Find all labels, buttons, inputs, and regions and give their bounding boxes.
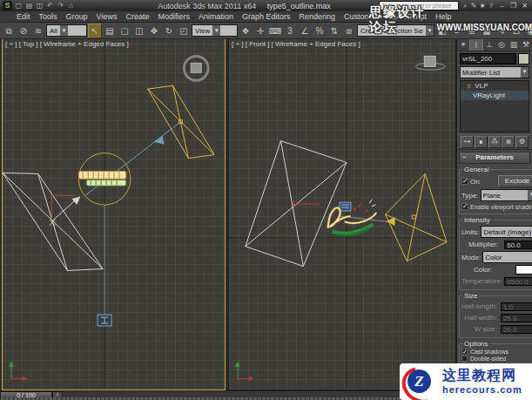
chevron-down-icon: ▼ xyxy=(212,25,220,36)
menu-graph-editors[interactable]: Graph Editors xyxy=(238,12,295,21)
save-file-button[interactable]: ◫ xyxy=(35,1,44,10)
window-crossing-button[interactable]: ◫ xyxy=(132,24,146,38)
open-file-button[interactable]: ▤ xyxy=(24,1,34,10)
wireframe-color-swatch[interactable] xyxy=(518,53,529,64)
remove-modifier-button[interactable]: ⊗ xyxy=(502,136,515,148)
menu-create[interactable]: Create xyxy=(121,12,153,21)
selection-filter-dropdown[interactable]: All▼ xyxy=(46,24,87,37)
menu-edit[interactable]: Edit xyxy=(12,12,35,21)
parameters-rollout-header[interactable]: − Parameters xyxy=(459,152,530,164)
stack-item-vraylight[interactable]: VRayLight xyxy=(461,91,529,100)
multiplier-field[interactable]: 60.0 xyxy=(504,241,532,249)
named-sets-dropdown-value: Create Selection Set xyxy=(360,27,423,35)
minimize-button[interactable]: – xyxy=(497,2,507,10)
undo-button[interactable]: ↶ xyxy=(45,1,55,10)
exclude-button[interactable]: Exclude xyxy=(498,175,532,187)
menu-tools[interactable]: Tools xyxy=(35,12,62,21)
configure-modifier-sets-button[interactable]: ⚙ xyxy=(515,136,529,148)
tab-modify[interactable]: ⌇ xyxy=(469,38,483,51)
tab-utilities[interactable]: ⚒ xyxy=(520,38,532,51)
named-selection-sets-button[interactable]: ⧈ xyxy=(342,24,356,38)
spinner-snap-button[interactable]: ⇅ xyxy=(327,24,341,38)
maximize-button[interactable]: ❐ xyxy=(508,2,518,10)
select-object-button[interactable]: ↖ xyxy=(88,24,102,38)
select-and-rotate-button[interactable]: ↻ xyxy=(162,24,176,38)
select-and-move-button[interactable]: ✥ xyxy=(147,24,161,38)
white-pointer-arrow-icon xyxy=(71,196,80,205)
object-name-field[interactable]: vrSL_200 xyxy=(460,53,516,64)
menu-group[interactable]: Group xyxy=(62,12,92,21)
percent-snap-button[interactable]: % xyxy=(313,24,327,38)
stack-item-vlp[interactable]: ☼VLP xyxy=(461,81,529,91)
select-and-manipulate-button[interactable]: ✛ xyxy=(253,24,267,38)
menu-help[interactable]: Help xyxy=(431,12,456,21)
light-color-swatch[interactable] xyxy=(515,265,532,275)
logo-text-top[interactable] xyxy=(78,171,126,186)
angle-snap-button[interactable]: ∠ xyxy=(298,24,312,38)
transform-gizmo-x-axis[interactable] xyxy=(293,200,320,208)
graphite-tools-button[interactable]: ▦ xyxy=(480,24,494,38)
option-checkbox-double-sided[interactable] xyxy=(461,356,468,362)
viewport-top[interactable]: [ + ] [ Top ] [ Wireframe + Edged Faces … xyxy=(2,38,226,390)
material-editor-button[interactable]: ◉ xyxy=(524,24,532,38)
use-pivot-center-button[interactable]: ❖ xyxy=(239,24,253,38)
reference-coordinate-dropdown[interactable]: View▼ xyxy=(192,24,238,37)
infocenter-area: Type a keyword or phrase ⌕✎★? – ❐ ✕ xyxy=(379,1,529,10)
menu-maxscript[interactable]: MAXScript xyxy=(386,12,432,21)
align-button[interactable]: ≡ xyxy=(450,24,464,38)
keyboard-override-button[interactable]: ⌨ xyxy=(268,24,282,38)
logo-text-front[interactable] xyxy=(325,199,380,239)
search-input[interactable]: Type a keyword or phrase xyxy=(379,1,459,10)
viewport-shading-checkbox[interactable] xyxy=(461,203,468,210)
unlink-selection-button[interactable]: ⊘ xyxy=(17,24,30,38)
show-end-result-button[interactable]: ∎ xyxy=(475,136,488,148)
mode-dropdown[interactable]: Color ▼ xyxy=(482,251,532,263)
watermark-logo: Z xyxy=(400,364,440,399)
light-target-helper[interactable] xyxy=(98,315,111,326)
schematic-view-button[interactable]: ⊟ xyxy=(509,24,523,38)
layer-manager-button[interactable]: ≣ xyxy=(465,24,479,38)
project-folder-button[interactable]: ⌂ xyxy=(66,1,76,10)
subscription-center-icon[interactable]: ✎ xyxy=(469,1,478,10)
mirror-button[interactable]: ◧ xyxy=(435,24,449,38)
option-checkbox-cast-shadows[interactable] xyxy=(461,349,468,355)
menu-customize[interactable]: Customize xyxy=(340,12,386,21)
units-dropdown[interactable]: Default (image) ▼ xyxy=(481,226,532,238)
on-checkbox[interactable] xyxy=(461,178,468,185)
viewport-front-label[interactable]: [ + ] [ Front ] [ Wireframe + Edged Face… xyxy=(232,40,360,48)
viewport-front[interactable]: [ + ] [ Front ] [ Wireframe + Edged Face… xyxy=(228,38,456,390)
named-sets-dropdown[interactable]: Create Selection Set▼ xyxy=(357,24,434,37)
light-helper-box[interactable] xyxy=(340,202,351,211)
infocenter-search-icon[interactable]: ⌕ xyxy=(461,1,469,10)
selection-region-button[interactable]: ▢ xyxy=(118,24,131,38)
tab-display[interactable]: ▥ xyxy=(508,38,520,51)
help-icon[interactable]: ? xyxy=(487,1,495,10)
tab-hierarchy[interactable]: ⊥ xyxy=(483,38,495,51)
curve-editor-button[interactable]: ∿ xyxy=(495,24,508,38)
menu-rendering[interactable]: Rendering xyxy=(295,12,340,21)
pin-stack-button[interactable]: ⊶ xyxy=(461,136,474,148)
menu-animation[interactable]: Animation xyxy=(194,12,238,21)
make-unique-button[interactable]: ⁂ xyxy=(488,136,502,148)
tab-create[interactable]: ✶ xyxy=(457,38,469,51)
new-file-button[interactable]: ▢ xyxy=(14,1,24,10)
bind-to-space-warp-button[interactable]: ≋ xyxy=(31,24,45,38)
snaps-toggle-button[interactable]: 3 xyxy=(283,24,297,38)
menu-modifiers[interactable]: Modifiers xyxy=(153,12,194,21)
select-by-name-button[interactable]: ▤ xyxy=(103,24,117,38)
light-type-dropdown[interactable]: Plane ▼ xyxy=(481,189,532,201)
menu-views[interactable]: Views xyxy=(92,12,122,21)
viewport-top-label[interactable]: [ + ] [ Top ] [ Wireframe + Edged Faces … xyxy=(5,40,129,48)
steering-wheel-icon[interactable] xyxy=(184,56,208,80)
watermark-site-name: 这里教程网 xyxy=(442,369,522,383)
tab-motion[interactable]: ◎ xyxy=(495,38,508,51)
close-button[interactable]: ✕ xyxy=(520,2,529,10)
application-menu-button[interactable]: S xyxy=(3,1,12,10)
select-and-scale-button[interactable]: ◰ xyxy=(177,24,191,38)
vraylight-plane-wireframe[interactable] xyxy=(148,85,214,158)
viewcube-puck-icon[interactable] xyxy=(415,56,445,70)
redo-button[interactable]: ↷ xyxy=(56,1,65,10)
modifier-list-dropdown[interactable]: Modifier List ▼ xyxy=(460,66,529,78)
favorites-icon[interactable]: ★ xyxy=(478,1,487,10)
select-and-link-button[interactable]: ⧉ xyxy=(2,24,16,38)
